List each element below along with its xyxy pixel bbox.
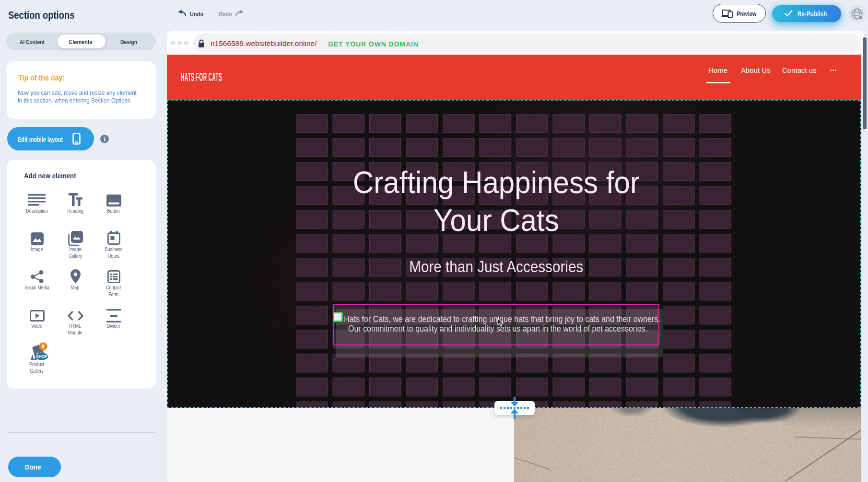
svg-text:SHOP: SHOP [36,354,47,359]
